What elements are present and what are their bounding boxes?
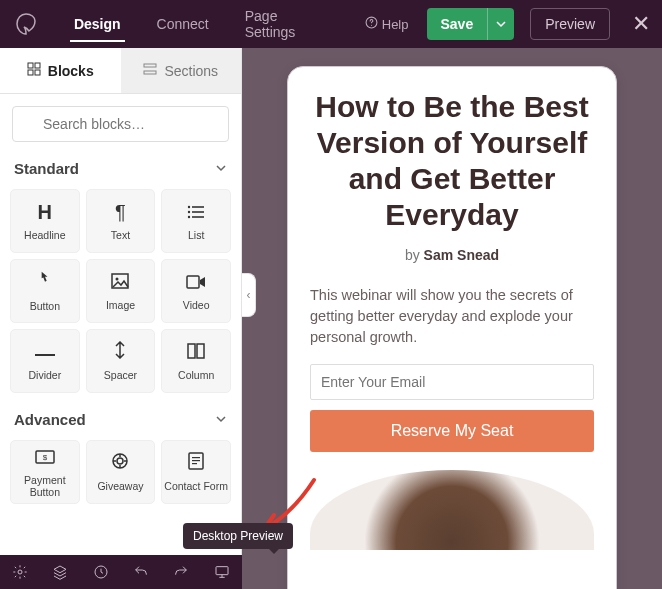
block-spacer[interactable]: Spacer (86, 329, 156, 393)
email-field[interactable] (310, 364, 594, 400)
svg-point-12 (188, 216, 190, 218)
svg-rect-30 (216, 567, 228, 575)
block-video[interactable]: Video (161, 259, 231, 323)
desktop-preview-icon[interactable] (214, 564, 230, 580)
undo-icon[interactable] (133, 564, 149, 580)
advanced-grid: $Payment Button Giveaway Contact Form (0, 434, 241, 516)
sections-icon (143, 62, 157, 79)
bottombar (0, 555, 242, 589)
svg-rect-27 (192, 463, 197, 464)
svg-text:$: $ (43, 453, 48, 462)
block-giveaway[interactable]: Giveaway (86, 440, 156, 504)
block-list[interactable]: List (161, 189, 231, 253)
hero-image[interactable] (310, 470, 594, 550)
topbar: Design Connect Page Settings Help Save P… (0, 0, 662, 48)
video-icon (186, 271, 206, 294)
svg-point-28 (18, 570, 22, 574)
spacer-icon (113, 341, 127, 364)
tab-blocks-label: Blocks (48, 63, 94, 79)
svg-rect-19 (197, 344, 204, 358)
button-icon (35, 270, 55, 295)
block-headline[interactable]: HHeadline (10, 189, 80, 253)
list-icon (187, 201, 205, 224)
block-image[interactable]: Image (86, 259, 156, 323)
svg-rect-18 (188, 344, 195, 358)
chevron-down-icon (215, 411, 227, 428)
block-contact-form[interactable]: Contact Form (161, 440, 231, 504)
by-prefix: by (405, 247, 424, 263)
history-icon[interactable] (93, 564, 109, 580)
sidebar-collapse-handle[interactable]: ‹ (242, 273, 256, 317)
tab-blocks[interactable]: Blocks (0, 48, 121, 93)
svg-rect-1 (28, 63, 33, 68)
group-advanced-header[interactable]: Advanced (0, 405, 241, 434)
svg-rect-25 (192, 457, 200, 458)
tab-sections-label: Sections (164, 63, 218, 79)
block-divider[interactable]: Divider (10, 329, 80, 393)
image-icon (111, 271, 129, 294)
giveaway-icon (111, 452, 129, 475)
divider-icon (35, 341, 55, 364)
layers-icon[interactable] (52, 564, 68, 580)
cta-button[interactable]: Reserve My Seat (310, 410, 594, 452)
tooltip-desktop-preview: Desktop Preview (183, 523, 293, 549)
svg-rect-26 (192, 460, 200, 461)
redo-icon[interactable] (173, 564, 189, 580)
svg-rect-5 (144, 64, 156, 67)
svg-rect-3 (28, 70, 33, 75)
sidebar: Blocks Sections Standard HHeadline (0, 48, 242, 589)
byline[interactable]: by Sam Snead (310, 247, 594, 263)
payment-icon: $ (35, 446, 55, 469)
nav-connect[interactable]: Connect (139, 0, 227, 48)
save-dropdown[interactable] (487, 8, 514, 40)
svg-rect-11 (192, 211, 204, 213)
svg-rect-2 (35, 63, 40, 68)
block-button[interactable]: Button (10, 259, 80, 323)
nav-page-settings[interactable]: Page Settings (227, 0, 349, 48)
svg-rect-13 (192, 216, 204, 218)
help-icon (365, 16, 378, 32)
svg-point-23 (117, 458, 123, 464)
svg-rect-16 (187, 276, 199, 288)
help-link[interactable]: Help (365, 16, 409, 32)
block-column[interactable]: Column (161, 329, 231, 393)
tab-sections[interactable]: Sections (121, 48, 242, 93)
sidebar-tabs: Blocks Sections (0, 48, 241, 94)
block-payment-button[interactable]: $Payment Button (10, 440, 80, 504)
svg-point-15 (116, 277, 119, 280)
svg-point-10 (188, 211, 190, 213)
standard-grid: HHeadline ¶Text List Button Image Video … (0, 183, 241, 405)
top-nav: Design Connect Page Settings (56, 0, 349, 48)
group-advanced-title: Advanced (14, 411, 86, 428)
block-text[interactable]: ¶Text (86, 189, 156, 253)
caret-down-icon (496, 19, 506, 29)
app-logo (12, 10, 40, 38)
text-icon: ¶ (115, 201, 126, 224)
chevron-down-icon (215, 160, 227, 177)
svg-rect-4 (35, 70, 40, 75)
close-icon[interactable]: ✕ (632, 11, 650, 37)
headline-icon: H (38, 201, 52, 224)
settings-icon[interactable] (12, 564, 28, 580)
svg-rect-17 (35, 354, 55, 356)
nav-design[interactable]: Design (56, 0, 139, 48)
page-heading[interactable]: How to Be the Best Version of Yourself a… (310, 89, 594, 233)
column-icon (187, 341, 205, 364)
preview-button[interactable]: Preview (530, 8, 610, 40)
author-name: Sam Snead (424, 247, 499, 263)
svg-rect-6 (144, 71, 156, 74)
save-group: Save (427, 8, 515, 40)
search-input[interactable] (12, 106, 229, 142)
canvas: How to Be the Best Version of Yourself a… (242, 48, 662, 589)
page-description[interactable]: This webinar will show you the secrets o… (310, 285, 594, 348)
group-standard-header[interactable]: Standard (0, 154, 241, 183)
blocks-icon (27, 62, 41, 79)
group-standard-title: Standard (14, 160, 79, 177)
form-icon (188, 452, 204, 475)
device-preview[interactable]: How to Be the Best Version of Yourself a… (287, 66, 617, 589)
svg-rect-9 (192, 206, 204, 208)
help-label: Help (382, 17, 409, 32)
save-button[interactable]: Save (427, 8, 488, 40)
svg-point-8 (188, 206, 190, 208)
